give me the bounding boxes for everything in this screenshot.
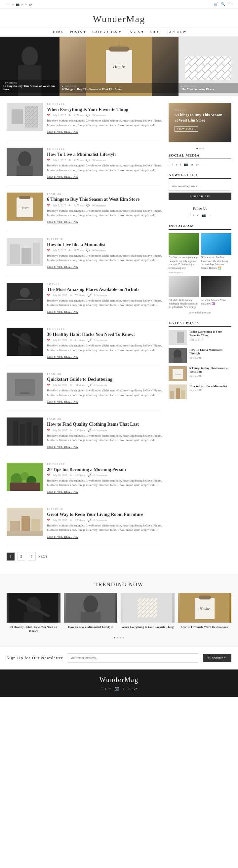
instagram-photo-1[interactable] xyxy=(169,233,199,255)
latest-post-thumb-4[interactable] xyxy=(169,384,187,399)
hero-slide-2[interactable]: Hasite ▸ FASHION 6 Things to Buy This Se… xyxy=(59,37,179,96)
pinterest-icon-top[interactable]: p xyxy=(22,3,23,6)
post-title-10[interactable]: Great Way to Redo Your Living Room Furni… xyxy=(47,512,162,518)
nav-categories[interactable]: CATEGORIES ▾ xyxy=(92,30,121,34)
subscribe-button[interactable]: SUBSCRIBE! xyxy=(169,192,231,200)
post-thumbnail-5[interactable] xyxy=(7,283,43,311)
follow-instagram-icon[interactable]: 📷 xyxy=(201,213,206,217)
follow-youtube-icon[interactable]: y xyxy=(197,213,199,217)
googleplus-icon[interactable]: g+ xyxy=(196,162,199,166)
read-more-5[interactable]: CONTINUE READING xyxy=(47,310,78,314)
read-more-2[interactable]: CONTINUE READING xyxy=(47,175,78,179)
post-thumbnail-7[interactable] xyxy=(7,373,43,401)
instagram-photo-2[interactable] xyxy=(201,233,231,255)
newsletter-bar-subscribe-button[interactable]: SUBSCRIBE! xyxy=(203,654,231,662)
linkedin-icon[interactable]: in xyxy=(190,162,193,166)
googleplus-icon-top[interactable]: g+ xyxy=(29,3,33,6)
post-title-2[interactable]: How To Live a Minimalist Lifestyle xyxy=(47,152,162,158)
newsletter-email-input[interactable] xyxy=(169,182,231,191)
latest-post-title-3[interactable]: 6 Things to Buy This Season at West Elm xyxy=(189,366,231,374)
hero-slide-1[interactable]: ▸ FASHION 6 Things to Buy This Season at… xyxy=(0,37,59,96)
dot-2[interactable] xyxy=(199,148,201,149)
read-more-10[interactable]: CONTINUE READING xyxy=(47,535,78,539)
youtube-icon[interactable]: y xyxy=(176,162,178,166)
post-thumbnail-4[interactable] xyxy=(7,238,43,266)
dot-3[interactable] xyxy=(202,148,204,149)
menu-icon[interactable]: ☰ xyxy=(228,2,231,6)
footer-pinterest-icon[interactable]: p xyxy=(122,686,124,691)
latest-post-title-4[interactable]: How to Live like a Minimalist xyxy=(189,384,227,389)
trending-dot-2[interactable] xyxy=(117,637,118,639)
post-title-1[interactable]: When Everything Is Your Favorite Thing xyxy=(47,107,162,113)
read-more-1[interactable]: CONTINUE READING xyxy=(47,130,78,134)
latest-post-thumb-2[interactable] xyxy=(169,348,187,363)
sidebar-view-post-button[interactable]: VIEW POST › xyxy=(175,126,198,132)
linkedin-icon-top[interactable]: in xyxy=(25,3,27,6)
tumblr-icon[interactable]: t xyxy=(180,162,181,166)
hero-slide-3[interactable]: ▸ FASHION The Most Amazing Places xyxy=(179,37,238,96)
instagram-photo-3[interactable] xyxy=(169,276,199,297)
trending-dot-1[interactable] xyxy=(114,637,115,639)
footer-linkedin-icon[interactable]: in xyxy=(127,686,130,691)
youtube-icon-top[interactable]: y xyxy=(12,3,14,6)
follow-twitter-icon[interactable]: t xyxy=(194,213,195,217)
instagram-icon[interactable]: 📷 xyxy=(184,162,188,166)
footer-twitter-icon[interactable]: t xyxy=(105,686,106,691)
post-title-5[interactable]: The Most Amazing Places Available on Air… xyxy=(47,287,162,292)
nav-pages[interactable]: PAGES ▾ xyxy=(127,30,144,34)
post-thumbnail-6[interactable] xyxy=(7,328,43,356)
nav-posts[interactable]: POSTS ▾ xyxy=(70,30,86,34)
search-icon[interactable]: 🔍 xyxy=(221,2,226,6)
sidebar-featured-post[interactable]: FASHION 6 Things to Buy This Season at W… xyxy=(169,103,231,142)
trending-item-2[interactable]: How To Live a Minimalist Lifestyle xyxy=(64,593,118,633)
trending-item-3[interactable]: When Everything Is Your Favorite Thing xyxy=(121,593,175,633)
read-more-9[interactable]: CONTINUE READING xyxy=(47,491,78,494)
trending-item-1[interactable]: 30 Healthy Habit Hacks You Need To Know! xyxy=(7,593,60,633)
post-title-8[interactable]: How to Find Quality Clothing Items That … xyxy=(47,422,162,427)
post-thumbnail-10[interactable] xyxy=(7,508,43,536)
post-thumbnail-9[interactable] xyxy=(7,463,43,491)
site-title[interactable]: WunderMag xyxy=(7,14,231,25)
latest-post-title-2[interactable]: How To Live a Minimalist Lifestyle xyxy=(189,348,231,356)
follow-facebook-icon[interactable]: f xyxy=(189,213,191,217)
cart-icon[interactable]: 🛒 xyxy=(213,2,218,6)
next-button[interactable]: NEXT xyxy=(38,555,48,558)
post-thumbnail-1[interactable] xyxy=(7,103,43,131)
post-thumbnail-8[interactable] xyxy=(7,417,43,445)
newsletter-bar-input[interactable] xyxy=(67,653,199,662)
footer-youtube-icon[interactable]: y xyxy=(110,686,111,691)
read-more-8[interactable]: CONTINUE READING xyxy=(47,445,78,449)
dot-1[interactable] xyxy=(196,148,198,149)
page-2-button[interactable]: 2 xyxy=(17,553,25,560)
follow-pinterest-icon[interactable]: p xyxy=(209,213,211,217)
trending-dot-4[interactable] xyxy=(123,637,124,639)
instagram-handle[interactable]: www.mijullaten.com xyxy=(169,311,231,314)
read-more-7[interactable]: CONTINUE READING xyxy=(47,400,78,404)
nav-buynow[interactable]: BUY NOW xyxy=(167,30,186,34)
instagram-icon-top[interactable]: 📷 xyxy=(16,3,20,6)
trending-item-4[interactable]: Hasite Our 15 Favourite Word Destination… xyxy=(178,593,232,633)
page-1-button[interactable]: 1 xyxy=(7,553,14,560)
footer-instagram-icon[interactable]: 📷 xyxy=(114,686,119,691)
nav-shop[interactable]: SHOP xyxy=(150,30,161,34)
post-thumbnail-3[interactable]: Hasite xyxy=(7,192,43,221)
trending-dot-3[interactable] xyxy=(120,637,121,639)
post-title-9[interactable]: 20 Tips for Becoming a Morning Person xyxy=(47,467,162,473)
nav-home[interactable]: HOME xyxy=(52,30,63,34)
latest-post-thumb-3[interactable]: Hasite xyxy=(169,366,187,381)
instagram-photo-4[interactable] xyxy=(201,276,231,297)
footer-googleplus-icon[interactable]: g+ xyxy=(133,686,138,691)
facebook-icon-top[interactable]: f xyxy=(7,3,8,6)
footer-facebook-icon[interactable]: f xyxy=(100,686,102,691)
latest-post-title-1[interactable]: When Everything Is Your Favorite Thing xyxy=(189,330,231,338)
twitter-icon-top[interactable]: t xyxy=(9,3,10,6)
post-title-4[interactable]: How to Live like a Minimalist xyxy=(47,242,162,248)
post-title-7[interactable]: Quickstart Guide to Decluttering xyxy=(47,376,162,382)
read-more-3[interactable]: CONTINUE READING xyxy=(47,221,78,224)
latest-post-thumb-1[interactable] xyxy=(169,330,187,345)
post-title-6[interactable]: 30 Healthy Habit Hacks You Need To Know! xyxy=(47,332,162,338)
post-title-3[interactable]: 6 Things to Buy This Season at West Elm … xyxy=(47,196,162,203)
facebook-icon[interactable]: f xyxy=(169,162,170,166)
twitter-icon[interactable]: t xyxy=(172,162,173,166)
page-3-button[interactable]: 3 xyxy=(28,553,36,560)
